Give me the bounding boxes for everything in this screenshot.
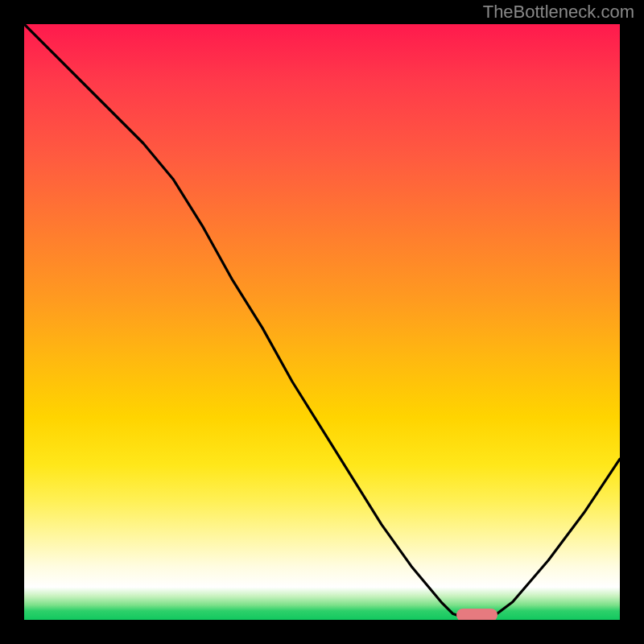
- plot-area: [24, 24, 620, 620]
- watermark-text: TheBottleneck.com: [483, 2, 634, 23]
- bottleneck-curve: [24, 24, 620, 620]
- optimal-marker: [456, 609, 498, 620]
